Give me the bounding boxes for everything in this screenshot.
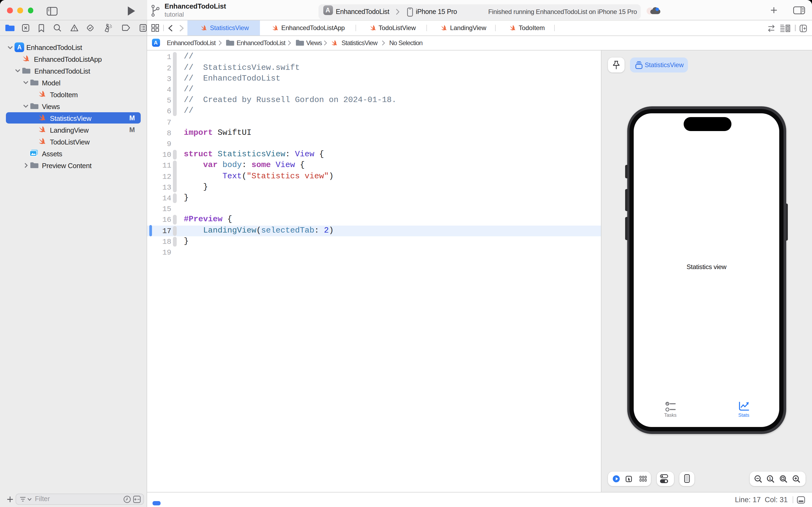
svg-text:1: 1 [769, 476, 771, 481]
